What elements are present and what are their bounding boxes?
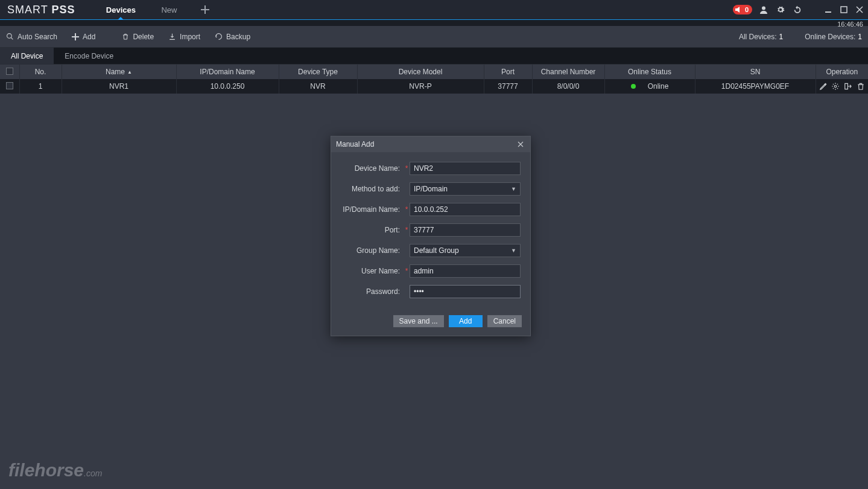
speaker-icon: [735, 7, 743, 13]
cell-channel: 8/0/0/0: [532, 79, 604, 94]
ip-field[interactable]: [410, 203, 521, 216]
dialog-close-button[interactable]: [516, 139, 525, 149]
cell-type: NVR: [279, 79, 357, 94]
cancel-button[interactable]: Cancel: [487, 315, 522, 327]
subtab-encode-device-label: Encode Device: [65, 52, 113, 60]
gear-icon[interactable]: [775, 4, 786, 15]
delete-label: Delete: [133, 33, 154, 41]
export-icon[interactable]: [843, 82, 853, 91]
col-name-label: Name: [106, 68, 125, 76]
subtab-all-device-label: All Device: [11, 52, 43, 60]
tab-new-label: New: [161, 5, 177, 14]
title-separator: [0, 19, 868, 20]
row-checkbox[interactable]: [6, 82, 13, 89]
tab-devices-label: Devices: [106, 5, 136, 14]
password-field[interactable]: [410, 285, 521, 298]
maximize-button[interactable]: [839, 5, 849, 14]
cell-status-text: Online: [648, 82, 669, 91]
watermark-main: filehorse: [8, 460, 84, 480]
col-ip[interactable]: IP/Domain Name: [176, 65, 279, 79]
clock: 16:46:46: [837, 21, 863, 28]
backup-icon: [215, 33, 223, 40]
port-label: Port:: [341, 226, 404, 234]
status-online-icon: [631, 84, 636, 89]
user-label: User Name:: [341, 267, 404, 275]
titlebar: SMART PSS Devices New 0: [0, 0, 868, 19]
all-devices-count: 1: [779, 33, 784, 41]
toolbar: Auto Search Add Delete Import Backup All…: [0, 26, 868, 48]
watermark-suffix: .com: [84, 468, 102, 478]
cell-name: NVR1: [62, 79, 176, 94]
dialog-titlebar[interactable]: Manual Add: [331, 136, 530, 152]
port-field[interactable]: [410, 223, 521, 237]
backup-button[interactable]: Backup: [215, 33, 250, 41]
backup-label: Backup: [226, 33, 250, 41]
ip-label: IP/Domain Name:: [341, 205, 404, 214]
alert-count: 0: [745, 6, 749, 13]
user-field[interactable]: [410, 264, 521, 278]
watermark: filehorse.com: [8, 460, 102, 481]
chevron-down-icon: ▼: [511, 248, 516, 254]
config-icon[interactable]: [831, 82, 840, 91]
cell-no: 1: [19, 79, 62, 94]
col-port[interactable]: Port: [484, 65, 532, 79]
method-value: IP/Domain: [414, 185, 448, 193]
method-label: Method to add:: [341, 185, 404, 193]
group-select[interactable]: Default Group ▼: [410, 244, 521, 257]
col-type[interactable]: Device Type: [279, 65, 357, 79]
online-devices-label: Online Devices:: [805, 33, 855, 41]
tab-new[interactable]: New: [145, 0, 193, 19]
subtab-all-device[interactable]: All Device: [0, 48, 54, 64]
col-channel[interactable]: Channel Number: [532, 65, 604, 79]
subtab-encode-device[interactable]: Encode Device: [54, 48, 124, 64]
online-devices-stat: Online Devices:1: [805, 33, 862, 41]
col-status[interactable]: Online Status: [604, 65, 695, 79]
svg-rect-1: [825, 11, 831, 13]
device-name-field[interactable]: [410, 162, 521, 175]
add-label: Add: [83, 33, 95, 41]
sort-asc-icon: ▲: [127, 69, 132, 75]
table-row[interactable]: 1 NVR1 10.0.0.250 NVR NVR-P 37777 8/0/0/…: [0, 79, 868, 94]
plus-icon: [201, 5, 209, 14]
add-button[interactable]: Add: [72, 33, 95, 41]
user-icon[interactable]: [758, 4, 769, 15]
required-marker: *: [404, 205, 410, 214]
alert-badge[interactable]: 0: [733, 5, 752, 14]
password-label: Password:: [341, 287, 404, 296]
logo-part2: PSS: [51, 4, 75, 16]
col-checkbox[interactable]: [0, 65, 19, 79]
checkbox-icon[interactable]: [6, 68, 13, 75]
save-and-continue-button[interactable]: Save and ...: [393, 315, 444, 327]
svg-rect-2: [841, 7, 847, 13]
close-button[interactable]: [855, 5, 864, 14]
col-sn[interactable]: SN: [695, 65, 816, 79]
import-label: Import: [180, 33, 200, 41]
tab-add[interactable]: [193, 0, 217, 19]
cell-status: Online: [604, 79, 695, 94]
delete-button[interactable]: Delete: [122, 33, 154, 41]
required-marker: *: [404, 267, 410, 275]
tab-devices[interactable]: Devices: [97, 0, 145, 19]
refresh-icon[interactable]: [792, 4, 803, 15]
all-devices-stat: All Devices:1: [739, 33, 783, 41]
method-select[interactable]: IP/Domain ▼: [410, 182, 521, 196]
all-devices-label: All Devices:: [739, 33, 777, 41]
manual-add-dialog: Manual Add Device Name: * Method to add:…: [331, 136, 531, 336]
delete-row-icon[interactable]: [857, 82, 865, 91]
svg-point-0: [762, 7, 765, 10]
close-icon: [518, 141, 524, 147]
search-icon: [6, 33, 14, 40]
plus-icon: [72, 33, 79, 40]
import-button[interactable]: Import: [168, 33, 200, 41]
edit-icon[interactable]: [819, 82, 828, 91]
col-name[interactable]: Name▲: [62, 65, 176, 79]
auto-search-button[interactable]: Auto Search: [6, 33, 57, 41]
minimize-button[interactable]: [823, 5, 833, 14]
cell-sn: 1D02455PAYMG0EF: [695, 79, 816, 94]
col-operation[interactable]: Operation: [816, 65, 868, 79]
device-subtabs: All Device Encode Device: [0, 48, 868, 65]
col-no[interactable]: No.: [19, 65, 62, 79]
col-model[interactable]: Device Model: [357, 65, 484, 79]
add-confirm-button[interactable]: Add: [449, 315, 483, 327]
group-label: Group Name:: [341, 246, 404, 255]
